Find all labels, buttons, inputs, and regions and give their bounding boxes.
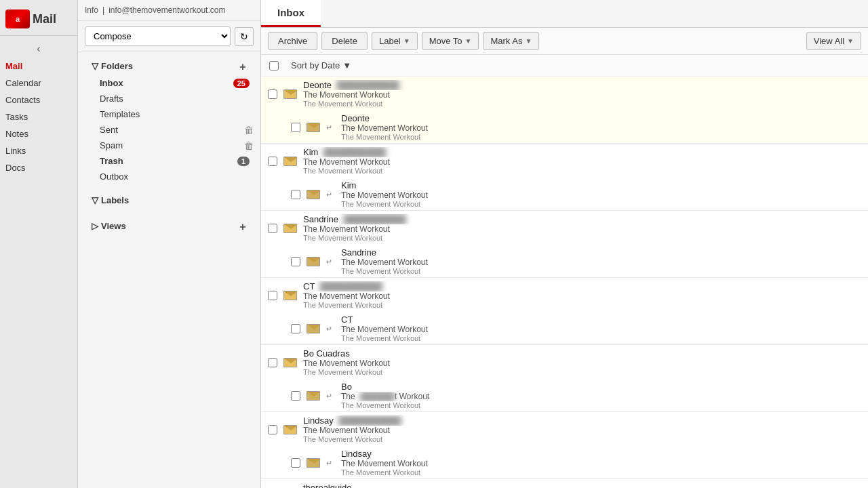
collapse-button[interactable]: ‹ <box>0 40 77 58</box>
sidebar-item-docs[interactable]: Docs <box>0 159 77 176</box>
sub-preview-2: The Movement Workout <box>341 200 861 208</box>
sub-preview-5: The Movement Workout <box>341 401 861 409</box>
envelope-icon-6 <box>283 424 298 435</box>
sub-checkbox-1[interactable] <box>291 123 300 132</box>
sub-email-row-6[interactable]: ↵ Lindsay The Movement Workout The Movem… <box>261 447 868 479</box>
sub-preview-3: The Movement Workout <box>341 267 861 275</box>
sort-label: Sort by Date <box>291 60 340 70</box>
views-collapse-icon[interactable]: ▷ <box>92 221 98 231</box>
envelope-icon-4 <box>283 290 298 301</box>
sub-email-row-1[interactable]: ↵ Deonte The Movement Workout The Moveme… <box>261 111 868 143</box>
views-header-row: ▷ Views + <box>85 219 254 235</box>
mark-as-button[interactable]: Mark As ▼ <box>483 32 539 50</box>
sub-content-3: Sandrine The Movement Workout The Moveme… <box>341 247 861 275</box>
reply-icon-3: ↵ <box>326 258 336 266</box>
inbox-badge: 25 <box>233 79 250 88</box>
envelope-icon-3 <box>283 223 298 234</box>
email-content-4: CT ██████████ The Movement Workout The M… <box>303 281 861 309</box>
sidebar-item-calendar[interactable]: Calendar <box>0 75 77 92</box>
email-checkbox-2[interactable] <box>268 157 277 166</box>
email-row-7[interactable]: therealguido The Movement Workout The Mo… <box>261 479 868 488</box>
folders-collapse-icon[interactable]: ▽ <box>92 61 98 71</box>
folder-item-templates[interactable]: Templates <box>85 106 254 122</box>
sub-subject-4: The Movement Workout <box>341 325 861 334</box>
folder-inbox-label: Inbox <box>100 78 123 88</box>
email-checkbox-3[interactable] <box>268 224 277 233</box>
email-row-6[interactable]: Lindsay ██████████ The Movement Workout … <box>261 412 868 447</box>
trash-icon-spam[interactable]: 🗑 <box>244 140 254 151</box>
labels-collapse-icon[interactable]: ▽ <box>92 195 98 205</box>
email-row-1[interactable]: Deonte ██████████ The Movement Workout T… <box>261 77 868 111</box>
label-button[interactable]: Label ▼ <box>372 32 418 50</box>
email-checkbox-1[interactable] <box>268 89 277 99</box>
add-view-button[interactable]: + <box>236 220 250 234</box>
sidebar-item-links[interactable]: Links <box>0 142 77 159</box>
folder-trash-label: Trash <box>100 156 123 166</box>
move-to-button[interactable]: Move To ▼ <box>422 32 479 50</box>
labels-header: ▽ Labels <box>92 195 129 205</box>
sub-sender-2: Kim <box>341 180 861 190</box>
email-row-5[interactable]: Bo Cuadras The Movement Workout The Move… <box>261 345 868 380</box>
email-list-header: Sort by Date ▼ <box>261 55 868 77</box>
user-label: Info <box>85 5 98 15</box>
tab-inbox[interactable]: Inbox <box>261 0 321 27</box>
folder-item-outbox[interactable]: Outbox <box>85 169 254 184</box>
labels-label: Labels <box>101 195 129 205</box>
sidebar-item-notes[interactable]: Notes <box>0 125 77 142</box>
folder-item-inbox[interactable]: Inbox 25 <box>85 75 254 91</box>
reply-icon-4: ↵ <box>326 325 336 333</box>
email-group-4: CT ██████████ The Movement Workout The M… <box>261 278 868 345</box>
archive-button[interactable]: Archive <box>268 32 317 50</box>
folder-spam-label: Spam <box>100 140 123 150</box>
add-folder-button[interactable]: + <box>236 60 250 74</box>
email-preview-4: The Movement Workout <box>303 301 861 309</box>
sidebar-item-mail[interactable]: Mail <box>0 58 77 75</box>
sub-email-row-2[interactable]: ↵ Kim The Movement Workout The Movement … <box>261 178 868 210</box>
email-row-4[interactable]: CT ██████████ The Movement Workout The M… <box>261 278 868 312</box>
email-preview-1: The Movement Workout <box>303 100 861 108</box>
sort-button[interactable]: Sort by Date ▼ <box>287 59 355 72</box>
sub-checkbox-2[interactable] <box>291 190 300 199</box>
trash-badge: 1 <box>237 157 250 166</box>
sub-content-6: Lindsay The Movement Workout The Movemen… <box>341 449 861 476</box>
sub-checkbox-4[interactable] <box>291 324 300 333</box>
sent-row: Sent 🗑 <box>85 122 254 138</box>
email-preview-2: The Movement Workout <box>303 167 861 175</box>
envelope-icon-5 <box>283 357 298 368</box>
trash-icon-sent[interactable]: 🗑 <box>244 125 254 136</box>
email-checkbox-6[interactable] <box>268 425 277 434</box>
folder-item-drafts[interactable]: Drafts <box>85 91 254 106</box>
sidebar-item-contacts[interactable]: Contacts <box>0 92 77 108</box>
email-subject-3: The Movement Workout <box>303 224 861 234</box>
sender-blurred-1: ██████████ <box>337 80 399 90</box>
labels-header-row: ▽ Labels <box>85 194 254 209</box>
refresh-button[interactable]: ↻ <box>235 27 254 46</box>
view-all-button[interactable]: View All ▼ <box>806 32 861 50</box>
sidebar-item-tasks[interactable]: Tasks <box>0 108 77 125</box>
email-checkbox-4[interactable] <box>268 291 277 300</box>
sub-email-row-4[interactable]: ↵ CT The Movement Workout The Movement W… <box>261 312 868 344</box>
email-checkbox-5[interactable] <box>268 358 277 367</box>
sub-checkbox-6[interactable] <box>291 458 300 468</box>
compose-select[interactable]: Compose <box>85 26 231 46</box>
email-content-7: therealguido The Movement Workout The Mo… <box>303 483 861 488</box>
user-separator: | <box>102 5 104 15</box>
email-row-3[interactable]: Sandrine ██████████ The Movement Workout… <box>261 211 868 245</box>
folder-item-sent[interactable]: Sent <box>85 122 244 138</box>
sender-name-1: Deonte ██████████ <box>303 80 861 90</box>
select-all-checkbox[interactable] <box>269 61 279 70</box>
sub-content-2: Kim The Movement Workout The Movement Wo… <box>341 180 861 208</box>
email-group-1: Deonte ██████████ The Movement Workout T… <box>261 77 868 144</box>
sender-blurred-6: ██████████ <box>338 415 401 426</box>
sub-checkbox-3[interactable] <box>291 257 300 266</box>
delete-button[interactable]: Delete <box>321 32 368 50</box>
logo-icon: a <box>5 9 30 28</box>
folder-item-trash[interactable]: Trash 1 <box>85 153 254 169</box>
sub-subject-6: The Movement Workout <box>341 459 861 468</box>
folder-item-spam[interactable]: Spam <box>85 138 244 153</box>
sub-subject-2: The Movement Workout <box>341 190 861 200</box>
email-row-2[interactable]: Kim ██████████ The Movement Workout The … <box>261 144 868 178</box>
sub-email-row-3[interactable]: ↵ Sandrine The Movement Workout The Move… <box>261 245 868 277</box>
sub-checkbox-5[interactable] <box>291 391 300 401</box>
sub-email-row-5[interactable]: ↵ Bo The ██████t Workout The Movement Wo… <box>261 380 868 411</box>
